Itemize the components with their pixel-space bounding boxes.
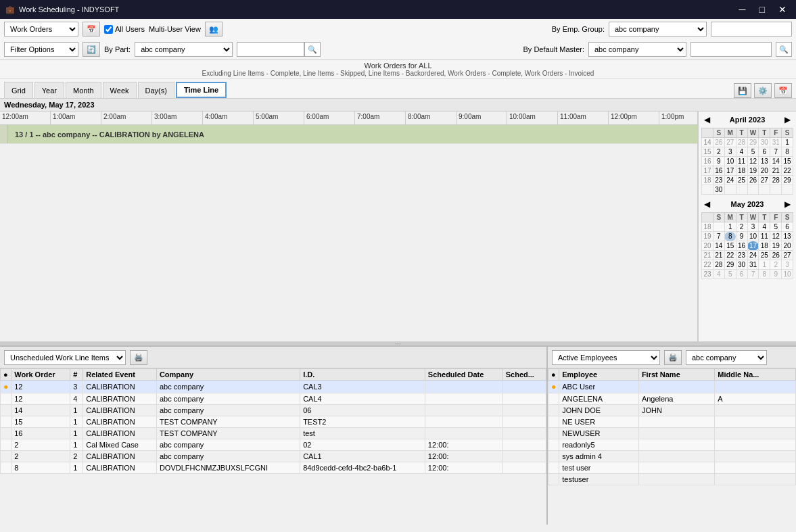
maximize-button[interactable]: □ [755, 3, 769, 16]
calendar-icon-btn[interactable]: 📅 [83, 22, 100, 37]
row-work-order: 14 [11, 405, 70, 416]
table-row[interactable]: JOHN DOE JOHN [548, 405, 796, 416]
emp-col-firstname-header[interactable]: First Name [638, 369, 714, 381]
tab-timeline[interactable]: Time Line [176, 82, 227, 98]
row-employee: test user [559, 462, 639, 474]
emp-group-dropdown[interactable]: abc company [609, 22, 707, 37]
col-num-header[interactable]: # [70, 369, 83, 381]
table-row[interactable]: readonly5 [548, 439, 796, 451]
multi-user-icon-btn[interactable]: 👥 [205, 22, 223, 37]
april-title: April 2023 [730, 116, 766, 124]
table-row[interactable]: ● ABC User [548, 381, 796, 393]
col-sched-header[interactable]: Sched... [502, 369, 546, 381]
row-num: 1 [70, 428, 83, 439]
col-related-event-header[interactable]: Related Event [83, 369, 157, 381]
right-panel-header: Active Employees 🖨️ abc company [548, 347, 796, 368]
calendar2-icon-btn[interactable]: 📅 [774, 83, 792, 98]
tab-month[interactable]: Month [66, 82, 101, 98]
right-company-dropdown[interactable]: abc company [686, 350, 767, 365]
row-related-event: CALIBRATION [83, 462, 157, 474]
print-btn-left[interactable]: 🖨️ [130, 350, 147, 365]
row-related-event: CALIBRATION [83, 405, 157, 416]
may-prev-btn[interactable]: ◀ [701, 199, 713, 210]
work-orders-dropdown[interactable]: Work Orders [4, 22, 78, 37]
april-week-row: 15 2345678 [702, 147, 793, 157]
col-work-order-header[interactable]: Work Order [11, 369, 70, 381]
col-id-header[interactable]: I.D. [300, 369, 425, 381]
print-btn-right[interactable]: 🖨️ [664, 350, 682, 365]
default-master-dropdown[interactable]: abc company [588, 42, 686, 57]
row-sched [502, 439, 546, 451]
may-title: May 2023 [731, 200, 764, 208]
unscheduled-table: ● Work Order # Related Event Company I.D… [0, 368, 546, 474]
row-id: 84d9cedd-cefd-4bc2-ba6b-1 [300, 462, 425, 474]
row-related-event: CALIBRATION [83, 428, 157, 439]
toolbar-row-1: Work Orders 📅 All Users Multi-User View … [4, 22, 792, 37]
table-row[interactable]: 2 1 Cal Mixed Case abc company 02 12:00: [1, 439, 546, 451]
by-part-dropdown[interactable]: abc company [135, 42, 233, 57]
may-week-row: 21 21222324252627 [702, 251, 793, 260]
tab-grid[interactable]: Grid [4, 82, 33, 98]
table-row[interactable]: 14 1 CALIBRATION abc company 06 [1, 405, 546, 416]
tab-week[interactable]: Week [103, 82, 137, 98]
table-row[interactable]: NEWUSER [548, 428, 796, 439]
table-row[interactable]: NE USER [548, 416, 796, 428]
all-users-checkbox-label[interactable]: All Users [104, 25, 145, 34]
current-date: Wednesday, May 17, 2023 [4, 101, 95, 109]
april-week-row: 30 [702, 185, 793, 195]
save-icon-btn[interactable]: 💾 [734, 83, 751, 98]
row-id: CAL1 [300, 451, 425, 462]
active-employees-dropdown[interactable]: Active Employees [552, 350, 660, 365]
tab-days[interactable]: Day(s) [138, 82, 174, 98]
emp-col-employee-header[interactable]: Employee [559, 369, 639, 381]
table-row[interactable]: 15 1 CALIBRATION TEST COMPANY TEST2 [1, 416, 546, 428]
search-button[interactable]: 🔍 [304, 42, 321, 57]
table-row[interactable]: ● 12 3 CALIBRATION abc company CAL3 [1, 381, 546, 393]
main-area: 12:00am1:00am2:00am3:00am4:00am5:00am6:0… [0, 112, 796, 341]
table-row[interactable]: 2 2 CALIBRATION abc company CAL1 12:00: [1, 451, 546, 462]
row-middlename [715, 439, 796, 451]
row-company: DOVDLFHCNMZJBUXSLFCGNI [156, 462, 300, 474]
emp-col-middlename-header[interactable]: Middle Na... [715, 369, 796, 381]
table-row[interactable]: 8 1 CALIBRATION DOVDLFHCNMZJBUXSLFCGNI 8… [1, 462, 546, 474]
col-company-header[interactable]: Company [156, 369, 300, 381]
filter-options-dropdown[interactable]: Filter Options [4, 42, 78, 57]
row-scheduled-date: 12:00: [425, 451, 502, 462]
search-box: 🔍 [237, 42, 321, 57]
row-firstname: Angelena [638, 393, 714, 405]
col-scheduled-date-header[interactable]: Scheduled Date [425, 369, 502, 381]
april-week-row: 14 26 27 28 29 30 31 1 [702, 138, 793, 147]
row-middlename [715, 428, 796, 439]
all-users-checkbox[interactable] [104, 25, 113, 34]
april-week-row: 16 9101112131415 [702, 157, 793, 166]
time-cell: 11:00am [558, 112, 609, 124]
row-firstname [638, 474, 714, 485]
row-related-event: CALIBRATION [83, 381, 157, 393]
table-row[interactable]: 16 1 CALIBRATION TEST COMPANY test [1, 428, 546, 439]
refresh-btn[interactable]: 🔄 [83, 42, 100, 57]
close-button[interactable]: ✕ [774, 3, 791, 16]
table-row[interactable]: ANGELENA Angelena A [548, 393, 796, 405]
april-nav: ◀ April 2023 ▶ [701, 114, 793, 125]
emp-group-extra-input[interactable] [711, 22, 792, 37]
may-next-btn[interactable]: ▶ [782, 199, 793, 210]
table-row[interactable]: 12 4 CALIBRATION abc company CAL4 [1, 393, 546, 405]
row-work-order: 8 [11, 462, 70, 474]
default-master-search-btn[interactable]: 🔍 [776, 42, 792, 57]
row-num: 3 [70, 381, 83, 393]
minimize-button[interactable]: ─ [735, 3, 750, 16]
default-master-extra-input[interactable] [690, 42, 772, 57]
search-input[interactable] [237, 42, 304, 57]
unscheduled-dropdown[interactable]: Unscheduled Work Line Items [4, 350, 126, 365]
row-scheduled-date: 12:00: [425, 439, 502, 451]
row-id: TEST2 [300, 416, 425, 428]
april-next-btn[interactable]: ▶ [782, 114, 793, 125]
table-row[interactable]: sys admin 4 [548, 451, 796, 462]
settings-icon-btn[interactable]: ⚙️ [754, 83, 772, 98]
tab-year[interactable]: Year [34, 82, 64, 98]
table-row[interactable]: testuser [548, 474, 796, 485]
april-prev-btn[interactable]: ◀ [701, 114, 713, 125]
table-row[interactable]: test user [548, 462, 796, 474]
row-company: TEST COMPANY [156, 428, 300, 439]
row-indicator [1, 405, 11, 416]
